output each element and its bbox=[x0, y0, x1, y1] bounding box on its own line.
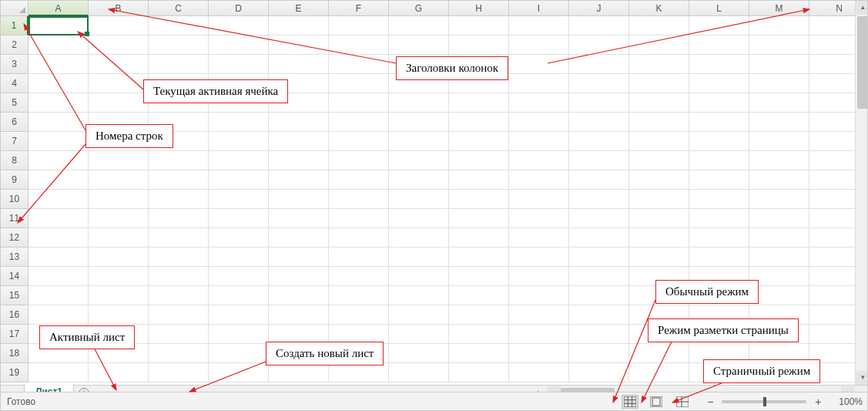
cell-A13[interactable] bbox=[28, 248, 89, 267]
cell-G8[interactable] bbox=[389, 151, 449, 170]
row-header-12[interactable]: 12 bbox=[1, 228, 28, 248]
cell-K19[interactable] bbox=[629, 363, 689, 382]
cell-C6[interactable] bbox=[149, 113, 209, 132]
cell-J12[interactable] bbox=[569, 228, 629, 248]
cell-I14[interactable] bbox=[509, 267, 569, 286]
cell-I3[interactable] bbox=[509, 55, 569, 74]
row-header-10[interactable]: 10 bbox=[1, 190, 28, 209]
cell-K5[interactable] bbox=[629, 93, 689, 113]
cell-D15[interactable] bbox=[209, 286, 269, 305]
cell-M10[interactable] bbox=[749, 190, 809, 209]
cell-C15[interactable] bbox=[149, 286, 209, 305]
cell-C2[interactable] bbox=[149, 35, 209, 55]
cell-M19[interactable] bbox=[749, 363, 809, 382]
cell-K1[interactable] bbox=[629, 16, 689, 35]
cell-F17[interactable] bbox=[329, 325, 389, 344]
cell-L19[interactable] bbox=[689, 363, 749, 382]
cell-I11[interactable] bbox=[509, 209, 569, 228]
cell-C18[interactable] bbox=[149, 344, 209, 363]
cell-I19[interactable] bbox=[509, 363, 569, 382]
cell-E18[interactable] bbox=[269, 344, 329, 363]
cell-I18[interactable] bbox=[509, 344, 569, 363]
cell-C9[interactable] bbox=[149, 170, 209, 190]
cell-L3[interactable] bbox=[689, 55, 749, 74]
cell-L13[interactable] bbox=[689, 248, 749, 267]
cell-J11[interactable] bbox=[569, 209, 629, 228]
cell-D8[interactable] bbox=[209, 151, 269, 170]
cell-F3[interactable] bbox=[329, 55, 389, 74]
cell-A10[interactable] bbox=[28, 190, 89, 209]
cell-H3[interactable] bbox=[449, 55, 509, 74]
cell-A16[interactable] bbox=[28, 305, 89, 325]
cell-G2[interactable] bbox=[389, 35, 449, 55]
cell-J19[interactable] bbox=[569, 363, 629, 382]
cell-C11[interactable] bbox=[149, 209, 209, 228]
cell-L16[interactable] bbox=[689, 305, 749, 325]
cell-I9[interactable] bbox=[509, 170, 569, 190]
cell-K10[interactable] bbox=[629, 190, 689, 209]
column-header-B[interactable]: B bbox=[89, 1, 149, 16]
cell-G19[interactable] bbox=[389, 363, 449, 382]
cell-M9[interactable] bbox=[749, 170, 809, 190]
cell-G9[interactable] bbox=[389, 170, 449, 190]
cell-M3[interactable] bbox=[749, 55, 809, 74]
column-header-M[interactable]: M bbox=[749, 1, 809, 16]
page-layout-view-button[interactable] bbox=[648, 395, 665, 409]
cell-B5[interactable] bbox=[89, 93, 149, 113]
cell-G1[interactable] bbox=[389, 16, 449, 35]
cell-K13[interactable] bbox=[629, 248, 689, 267]
row-header-14[interactable]: 14 bbox=[1, 267, 28, 286]
cell-D13[interactable] bbox=[209, 248, 269, 267]
cell-E9[interactable] bbox=[269, 170, 329, 190]
cell-H8[interactable] bbox=[449, 151, 509, 170]
row-header-8[interactable]: 8 bbox=[1, 151, 28, 170]
cell-F13[interactable] bbox=[329, 248, 389, 267]
cell-C7[interactable] bbox=[149, 132, 209, 151]
cell-D14[interactable] bbox=[209, 267, 269, 286]
cell-B13[interactable] bbox=[89, 248, 149, 267]
cell-F12[interactable] bbox=[329, 228, 389, 248]
cell-B6[interactable] bbox=[89, 113, 149, 132]
cell-E4[interactable] bbox=[269, 74, 329, 93]
cell-A9[interactable] bbox=[28, 170, 89, 190]
cell-F6[interactable] bbox=[329, 113, 389, 132]
cell-L18[interactable] bbox=[689, 344, 749, 363]
cell-D4[interactable] bbox=[209, 74, 269, 93]
cell-D1[interactable] bbox=[209, 16, 269, 35]
row-header-7[interactable]: 7 bbox=[1, 132, 28, 151]
cell-I7[interactable] bbox=[509, 132, 569, 151]
cell-I15[interactable] bbox=[509, 286, 569, 305]
row-header-1[interactable]: 1 bbox=[1, 16, 28, 35]
column-header-J[interactable]: J bbox=[569, 1, 629, 16]
column-header-E[interactable]: E bbox=[269, 1, 329, 16]
row-header-6[interactable]: 6 bbox=[1, 113, 28, 132]
cell-A1[interactable] bbox=[28, 16, 89, 35]
cell-M1[interactable] bbox=[749, 16, 809, 35]
cell-I16[interactable] bbox=[509, 305, 569, 325]
cell-J10[interactable] bbox=[569, 190, 629, 209]
cell-J13[interactable] bbox=[569, 248, 629, 267]
cell-K6[interactable] bbox=[629, 113, 689, 132]
cell-F18[interactable] bbox=[329, 344, 389, 363]
cell-E1[interactable] bbox=[269, 16, 329, 35]
cell-B7[interactable] bbox=[89, 132, 149, 151]
cell-J18[interactable] bbox=[569, 344, 629, 363]
cell-A12[interactable] bbox=[28, 228, 89, 248]
cell-B19[interactable] bbox=[89, 363, 149, 382]
cell-G18[interactable] bbox=[389, 344, 449, 363]
vertical-scrollbar[interactable]: ▴ ▾ bbox=[855, 1, 868, 385]
cell-D11[interactable] bbox=[209, 209, 269, 228]
cell-E10[interactable] bbox=[269, 190, 329, 209]
column-header-G[interactable]: G bbox=[389, 1, 449, 16]
vertical-scroll-thumb[interactable] bbox=[857, 16, 868, 109]
cell-A7[interactable] bbox=[28, 132, 89, 151]
cell-L14[interactable] bbox=[689, 267, 749, 286]
row-header-3[interactable]: 3 bbox=[1, 55, 28, 74]
cell-B12[interactable] bbox=[89, 228, 149, 248]
cell-M17[interactable] bbox=[749, 325, 809, 344]
cell-K8[interactable] bbox=[629, 151, 689, 170]
cell-J7[interactable] bbox=[569, 132, 629, 151]
cell-J2[interactable] bbox=[569, 35, 629, 55]
row-header-13[interactable]: 13 bbox=[1, 248, 28, 267]
zoom-in-button[interactable]: + bbox=[813, 396, 823, 408]
